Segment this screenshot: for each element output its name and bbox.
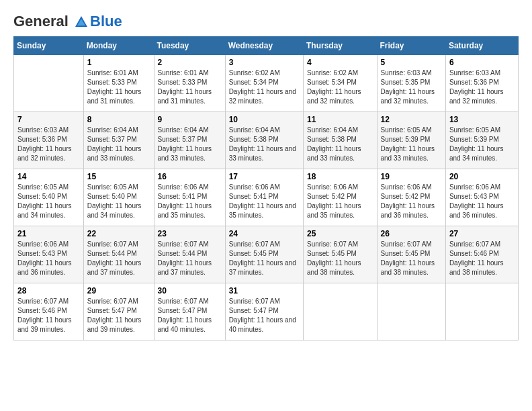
calendar-cell: 12Sunrise: 6:05 AMSunset: 5:39 PMDayligh… (377, 112, 445, 169)
day-number: 9 (158, 115, 222, 124)
day-number: 26 (381, 229, 442, 238)
calendar-cell: 21Sunrise: 6:06 AMSunset: 5:43 PMDayligh… (14, 226, 84, 283)
day-number: 7 (17, 115, 80, 124)
logo-text-general: General (13, 13, 69, 30)
day-info: Sunrise: 6:07 AMSunset: 5:45 PMDaylight:… (229, 240, 300, 277)
calendar-week-2: 7Sunrise: 6:03 AMSunset: 5:36 PMDaylight… (14, 112, 519, 169)
day-number: 4 (307, 58, 373, 67)
calendar-cell: 9Sunrise: 6:04 AMSunset: 5:37 PMDaylight… (154, 112, 225, 169)
calendar-cell: 7Sunrise: 6:03 AMSunset: 5:36 PMDaylight… (14, 112, 84, 169)
day-info: Sunrise: 6:06 AMSunset: 5:41 PMDaylight:… (158, 183, 222, 220)
calendar-cell: 1Sunrise: 6:01 AMSunset: 5:33 PMDaylight… (83, 55, 154, 112)
day-info: Sunrise: 6:05 AMSunset: 5:39 PMDaylight:… (381, 126, 442, 163)
weekday-header-thursday: Thursday (303, 37, 377, 55)
day-info: Sunrise: 6:05 AMSunset: 5:39 PMDaylight:… (449, 126, 515, 163)
day-info: Sunrise: 6:07 AMSunset: 5:44 PMDaylight:… (87, 240, 150, 277)
weekday-header-row: SundayMondayTuesdayWednesdayThursdayFrid… (14, 37, 519, 55)
day-number: 3 (229, 58, 300, 67)
day-info: Sunrise: 6:06 AMSunset: 5:42 PMDaylight:… (381, 183, 442, 220)
day-number: 19 (381, 172, 442, 181)
day-number: 1 (87, 58, 150, 67)
day-info: Sunrise: 6:06 AMSunset: 5:43 PMDaylight:… (449, 183, 515, 220)
weekday-header-monday: Monday (83, 37, 154, 55)
day-number: 18 (307, 172, 373, 181)
day-info: Sunrise: 6:07 AMSunset: 5:44 PMDaylight:… (158, 240, 222, 277)
calendar-cell: 15Sunrise: 6:05 AMSunset: 5:40 PMDayligh… (83, 169, 154, 226)
calendar-cell: 28Sunrise: 6:07 AMSunset: 5:46 PMDayligh… (14, 283, 84, 340)
day-info: Sunrise: 6:04 AMSunset: 5:37 PMDaylight:… (158, 126, 222, 163)
calendar-cell (303, 283, 377, 340)
day-number: 24 (229, 229, 300, 238)
calendar-week-5: 28Sunrise: 6:07 AMSunset: 5:46 PMDayligh… (14, 283, 519, 340)
calendar-cell: 31Sunrise: 6:07 AMSunset: 5:47 PMDayligh… (225, 283, 303, 340)
calendar-cell: 10Sunrise: 6:04 AMSunset: 5:38 PMDayligh… (225, 112, 303, 169)
calendar-cell: 25Sunrise: 6:07 AMSunset: 5:45 PMDayligh… (303, 226, 377, 283)
calendar-table: SundayMondayTuesdayWednesdayThursdayFrid… (13, 36, 519, 340)
day-number: 22 (87, 229, 150, 238)
calendar-cell: 23Sunrise: 6:07 AMSunset: 5:44 PMDayligh… (154, 226, 225, 283)
weekday-header-wednesday: Wednesday (225, 37, 303, 55)
day-info: Sunrise: 6:01 AMSunset: 5:33 PMDaylight:… (87, 68, 150, 106)
calendar-cell (445, 283, 518, 340)
day-info: Sunrise: 6:04 AMSunset: 5:38 PMDaylight:… (307, 126, 373, 163)
calendar-cell: 2Sunrise: 6:01 AMSunset: 5:33 PMDaylight… (154, 55, 225, 112)
calendar-cell: 3Sunrise: 6:02 AMSunset: 5:34 PMDaylight… (225, 55, 303, 112)
calendar-cell: 24Sunrise: 6:07 AMSunset: 5:45 PMDayligh… (225, 226, 303, 283)
logo-text-blue: Blue (90, 13, 122, 30)
weekday-header-friday: Friday (377, 37, 445, 55)
day-number: 28 (17, 286, 80, 295)
day-info: Sunrise: 6:03 AMSunset: 5:35 PMDaylight:… (381, 68, 442, 106)
day-number: 29 (87, 286, 150, 295)
day-info: Sunrise: 6:06 AMSunset: 5:41 PMDaylight:… (229, 183, 300, 220)
day-info: Sunrise: 6:07 AMSunset: 5:45 PMDaylight:… (307, 240, 373, 277)
calendar-cell: 26Sunrise: 6:07 AMSunset: 5:45 PMDayligh… (377, 226, 445, 283)
calendar-week-1: 1Sunrise: 6:01 AMSunset: 5:33 PMDaylight… (14, 55, 519, 112)
calendar-week-4: 21Sunrise: 6:06 AMSunset: 5:43 PMDayligh… (14, 226, 519, 283)
calendar-cell: 5Sunrise: 6:03 AMSunset: 5:35 PMDaylight… (377, 55, 445, 112)
day-number: 25 (307, 229, 373, 238)
calendar-cell: 29Sunrise: 6:07 AMSunset: 5:47 PMDayligh… (83, 283, 154, 340)
weekday-header-saturday: Saturday (445, 37, 518, 55)
calendar-cell: 11Sunrise: 6:04 AMSunset: 5:38 PMDayligh… (303, 112, 377, 169)
day-number: 17 (229, 172, 300, 181)
day-number: 31 (229, 286, 300, 295)
calendar-cell: 16Sunrise: 6:06 AMSunset: 5:41 PMDayligh… (154, 169, 225, 226)
day-info: Sunrise: 6:07 AMSunset: 5:46 PMDaylight:… (449, 240, 515, 277)
calendar-cell: 19Sunrise: 6:06 AMSunset: 5:42 PMDayligh… (377, 169, 445, 226)
calendar-cell: 27Sunrise: 6:07 AMSunset: 5:46 PMDayligh… (445, 226, 518, 283)
day-info: Sunrise: 6:07 AMSunset: 5:47 PMDaylight:… (158, 297, 222, 334)
day-number: 23 (158, 229, 222, 238)
day-number: 20 (449, 172, 515, 181)
day-info: Sunrise: 6:03 AMSunset: 5:36 PMDaylight:… (17, 126, 80, 163)
day-number: 27 (449, 229, 515, 238)
day-info: Sunrise: 6:07 AMSunset: 5:46 PMDaylight:… (17, 297, 80, 334)
calendar-week-3: 14Sunrise: 6:05 AMSunset: 5:40 PMDayligh… (14, 169, 519, 226)
day-info: Sunrise: 6:07 AMSunset: 5:47 PMDaylight:… (229, 297, 300, 334)
day-number: 16 (158, 172, 222, 181)
day-number: 11 (307, 115, 373, 124)
logo: General Blue (13, 13, 122, 30)
day-info: Sunrise: 6:01 AMSunset: 5:33 PMDaylight:… (158, 68, 222, 106)
day-info: Sunrise: 6:06 AMSunset: 5:43 PMDaylight:… (17, 240, 80, 277)
day-number: 13 (449, 115, 515, 124)
day-number: 15 (87, 172, 150, 181)
day-number: 30 (158, 286, 222, 295)
day-number: 21 (17, 229, 80, 238)
weekday-header-sunday: Sunday (14, 37, 84, 55)
day-info: Sunrise: 6:06 AMSunset: 5:42 PMDaylight:… (307, 183, 373, 220)
page-header: General Blue (13, 13, 519, 30)
day-number: 6 (449, 58, 515, 67)
day-info: Sunrise: 6:02 AMSunset: 5:34 PMDaylight:… (229, 68, 300, 106)
day-info: Sunrise: 6:05 AMSunset: 5:40 PMDaylight:… (87, 183, 150, 220)
day-number: 14 (17, 172, 80, 181)
day-number: 8 (87, 115, 150, 124)
weekday-header-tuesday: Tuesday (154, 37, 225, 55)
calendar-cell: 18Sunrise: 6:06 AMSunset: 5:42 PMDayligh… (303, 169, 377, 226)
day-info: Sunrise: 6:04 AMSunset: 5:37 PMDaylight:… (87, 126, 150, 163)
calendar-cell: 13Sunrise: 6:05 AMSunset: 5:39 PMDayligh… (445, 112, 518, 169)
calendar-cell: 14Sunrise: 6:05 AMSunset: 5:40 PMDayligh… (14, 169, 84, 226)
calendar-cell: 4Sunrise: 6:02 AMSunset: 5:34 PMDaylight… (303, 55, 377, 112)
calendar-cell: 20Sunrise: 6:06 AMSunset: 5:43 PMDayligh… (445, 169, 518, 226)
day-info: Sunrise: 6:07 AMSunset: 5:47 PMDaylight:… (87, 297, 150, 334)
day-info: Sunrise: 6:04 AMSunset: 5:38 PMDaylight:… (229, 126, 300, 163)
